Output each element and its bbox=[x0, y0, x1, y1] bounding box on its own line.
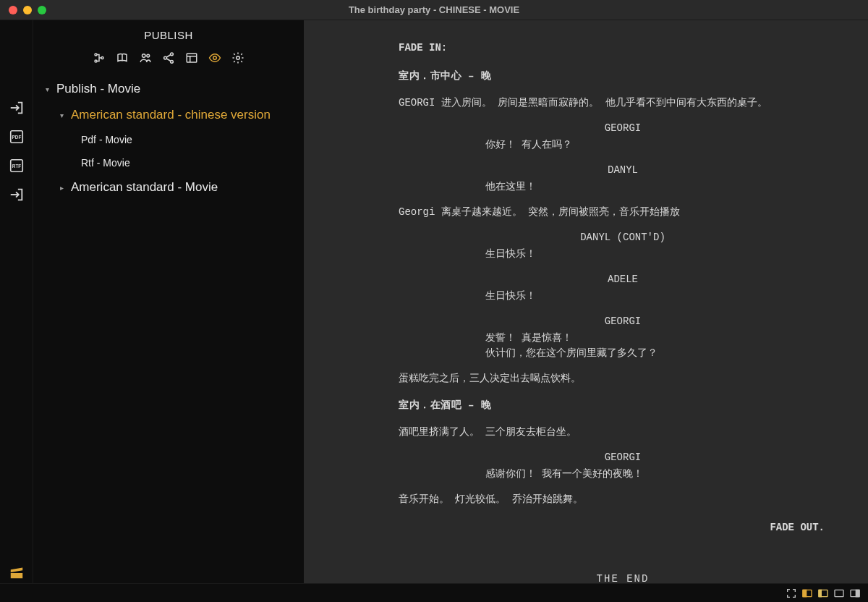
tree-label: American standard - chinese version bbox=[71, 108, 271, 122]
action-line: 酒吧里挤满了人。 三个朋友去柜台坐。 bbox=[399, 425, 825, 440]
script-body: FADE IN: 室内．市中心 – 晚 GEORGI 进入房间。 房间是黑暗而寂… bbox=[399, 41, 825, 583]
sidebar-header: PUBLISH bbox=[33, 20, 304, 47]
panel-right-icon[interactable] bbox=[849, 588, 861, 599]
tree-icon[interactable] bbox=[93, 51, 106, 64]
panel-single-icon[interactable] bbox=[833, 588, 845, 599]
rtf-icon[interactable]: RTF bbox=[9, 158, 25, 174]
sidebar: PUBLISH ▾ Publish - Movie ▾ American sta… bbox=[33, 20, 305, 583]
svg-rect-12 bbox=[187, 54, 197, 62]
svg-point-8 bbox=[147, 54, 150, 57]
action-line: Georgi 离桌子越来越近。 突然，房间被照亮，音乐开始播放 bbox=[399, 205, 825, 220]
script-preview[interactable]: FADE IN: 室内．市中心 – 晚 GEORGI 进入房间。 房间是黑暗而寂… bbox=[305, 20, 868, 583]
chevron-right-icon: ▸ bbox=[56, 184, 67, 192]
clapper-icon[interactable] bbox=[9, 564, 25, 580]
window-title: The birthday party - CHINESE - MOVIE bbox=[0, 4, 868, 15]
chevron-down-icon: ▾ bbox=[42, 85, 52, 93]
dialogue-line: 感谢你们！ 我有一个美好的夜晚！ bbox=[485, 467, 739, 482]
tree-label: American standard - Movie bbox=[71, 180, 218, 195]
svg-rect-21 bbox=[856, 590, 859, 596]
share-icon[interactable] bbox=[162, 51, 175, 64]
svg-point-13 bbox=[213, 56, 217, 60]
scene-heading: 室内．市中心 – 晚 bbox=[399, 69, 825, 84]
tree-label: Rtf - Movie bbox=[81, 157, 130, 169]
panel-left-icon[interactable] bbox=[801, 588, 813, 599]
svg-point-14 bbox=[237, 56, 240, 60]
svg-rect-16 bbox=[803, 590, 807, 596]
action-line: GEORGI 进入房间。 房间是黑暗而寂静的。 他几乎看不到中间有大东西的桌子。 bbox=[399, 96, 825, 111]
tree-item-rtf-movie[interactable]: Rtf - Movie bbox=[39, 151, 298, 174]
layout-icon[interactable] bbox=[185, 51, 198, 64]
users-icon[interactable] bbox=[139, 51, 152, 64]
svg-point-5 bbox=[95, 60, 97, 62]
character-cue: ADELE bbox=[529, 272, 717, 287]
action-line: 音乐开始。 灯光较低。 乔治开始跳舞。 bbox=[399, 492, 825, 507]
body: PDF RTF PUBLISH bbox=[0, 20, 868, 583]
svg-text:RTF: RTF bbox=[12, 164, 21, 169]
eye-icon[interactable] bbox=[208, 51, 221, 64]
tree-label: Publish - Movie bbox=[56, 82, 140, 96]
svg-point-4 bbox=[95, 54, 97, 56]
svg-point-7 bbox=[142, 54, 146, 58]
import-icon[interactable] bbox=[9, 187, 25, 203]
scene-heading: 室内．在酒吧 – 晚 bbox=[399, 398, 825, 413]
close-window-button[interactable] bbox=[9, 6, 17, 14]
the-end: THE END bbox=[529, 572, 717, 583]
dialogue-line: 生日快乐！ bbox=[485, 289, 739, 304]
sidebar-toolbar bbox=[33, 47, 304, 73]
book-icon[interactable] bbox=[116, 51, 129, 64]
character-cue: GEORGI bbox=[529, 450, 717, 465]
maximize-window-button[interactable] bbox=[38, 6, 46, 14]
statusbar bbox=[0, 583, 868, 602]
character-cue: DANYL bbox=[529, 163, 717, 178]
svg-rect-18 bbox=[819, 590, 821, 596]
app-window: The birthday party - CHINESE - MOVIE PDF… bbox=[0, 0, 868, 602]
titlebar: The birthday party - CHINESE - MOVIE bbox=[0, 0, 868, 20]
tree-item-american-standard-chinese[interactable]: ▾ American standard - chinese version bbox=[39, 102, 298, 128]
chevron-down-icon: ▾ bbox=[56, 111, 67, 119]
tree-item-publish-movie[interactable]: ▾ Publish - Movie bbox=[39, 76, 298, 102]
fullscreen-icon[interactable] bbox=[786, 588, 797, 599]
svg-rect-19 bbox=[835, 590, 843, 596]
minimize-window-button[interactable] bbox=[23, 6, 32, 14]
tree-label: Pdf - Movie bbox=[81, 134, 132, 145]
character-cue: DANYL (CONT'D) bbox=[529, 230, 717, 245]
action-line: 蛋糕吃完之后，三人决定出去喝点饮料。 bbox=[399, 371, 825, 386]
publish-tree: ▾ Publish - Movie ▾ American standard - … bbox=[33, 73, 304, 203]
dialogue-line: 发誓！ 真是惊喜！ 伙计们，您在这个房间里藏了多久了？ bbox=[485, 331, 739, 361]
gear-icon[interactable] bbox=[231, 51, 244, 64]
character-cue: GEORGI bbox=[529, 314, 717, 329]
dialogue-line: 你好！ 有人在吗？ bbox=[485, 137, 739, 153]
transition-fade-out: FADE OUT. bbox=[399, 520, 825, 535]
tree-item-pdf-movie[interactable]: Pdf - Movie bbox=[39, 128, 298, 151]
dialogue-line: 生日快乐！ bbox=[485, 247, 739, 262]
pdf-icon[interactable]: PDF bbox=[9, 129, 25, 145]
svg-point-6 bbox=[101, 57, 103, 59]
left-rail: PDF RTF bbox=[0, 20, 33, 583]
export-icon[interactable] bbox=[9, 100, 25, 116]
tree-item-american-standard-movie[interactable]: ▸ American standard - Movie bbox=[39, 174, 298, 200]
transition-fade-in: FADE IN: bbox=[399, 41, 825, 56]
character-cue: GEORGI bbox=[529, 121, 717, 136]
dialogue-line: 他在这里！ bbox=[485, 179, 739, 195]
window-controls bbox=[0, 6, 46, 14]
svg-text:PDF: PDF bbox=[12, 135, 21, 140]
panel-left-alt-icon[interactable] bbox=[817, 588, 829, 599]
